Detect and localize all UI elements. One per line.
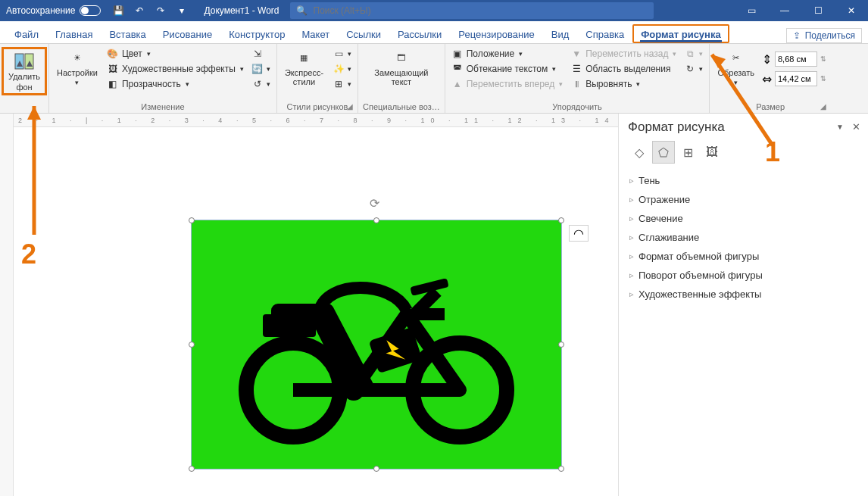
effects-tab-icon[interactable]: ⬠ — [652, 141, 675, 164]
border-icon: ▭ — [333, 48, 345, 60]
spinner-icon[interactable]: ⇅ — [820, 75, 826, 83]
wrap-icon: ◚ — [451, 63, 464, 75]
undo-icon[interactable]: ↶ — [131, 2, 148, 19]
pane-section-3dformat[interactable]: Формат объемной фигуры — [628, 247, 859, 266]
alt-text-button[interactable]: 🗔 Замещающий текст — [363, 47, 440, 88]
tab-file[interactable]: Файл — [6, 24, 47, 43]
resize-handle[interactable] — [189, 217, 195, 223]
remove-background-icon — [14, 52, 35, 70]
tab-home[interactable]: Главная — [47, 24, 101, 43]
tab-insert[interactable]: Вставка — [101, 24, 154, 43]
format-picture-pane: ▼ ✕ Формат рисунка ◇ ⬠ ⊞ 🖼 Тень Отражени… — [618, 114, 868, 496]
pane-section-shadow[interactable]: Тень — [628, 171, 859, 190]
group-objects-button[interactable]: ⧉▾ — [682, 47, 704, 61]
toggle-switch[interactable] — [80, 5, 101, 16]
picture-layout-button[interactable]: ⊞▾ — [331, 77, 353, 91]
layout-options-icon[interactable]: ◠ — [569, 225, 589, 242]
chevron-down-icon: ▾ — [552, 65, 556, 73]
maximize-icon[interactable]: ☐ — [801, 0, 835, 21]
pane-section-glow[interactable]: Свечение — [628, 209, 859, 228]
picture-border-button[interactable]: ▭▾ — [331, 47, 353, 61]
pane-close-icon[interactable]: ✕ — [852, 121, 860, 133]
remove-background-button[interactable]: Удалить фон — [2, 47, 47, 95]
size-launcher-icon[interactable]: ◢ — [820, 102, 829, 111]
chevron-down-icon: ▾ — [348, 80, 351, 88]
close-icon[interactable]: ✕ — [835, 0, 868, 21]
save-icon[interactable]: 💾 — [110, 2, 126, 19]
quick-access-toolbar: 💾 ↶ ↷ ▾ — [107, 2, 193, 19]
chevron-down-icon: ▾ — [267, 65, 270, 73]
bring-forward-button[interactable]: ▲Переместить вперед▾ — [450, 77, 564, 91]
pane-section-3drotation[interactable]: Поворот объемной фигуры — [628, 266, 859, 285]
tab-references[interactable]: Ссылки — [338, 24, 389, 43]
ribbon-options-icon[interactable]: ▭ — [735, 0, 768, 21]
group-accessibility: 🗔 Замещающий текст Специальные воз… — [358, 44, 445, 113]
resize-handle[interactable] — [558, 466, 564, 472]
pane-section-softedges[interactable]: Сглаживание — [628, 228, 859, 247]
document-canvas[interactable]: 2 · 1 · | · 1 · 2 · 3 · 4 · 5 · 6 · 7 · … — [14, 114, 618, 496]
chevron-down-icon: ▾ — [348, 50, 351, 58]
pane-section-reflection[interactable]: Отражение — [628, 190, 859, 209]
chevron-down-icon: ▾ — [267, 80, 270, 88]
resize-handle[interactable] — [558, 342, 564, 348]
page[interactable]: ⟳ — [52, 144, 603, 496]
quick-styles-button[interactable]: ▦ Экспресс- стили — [282, 47, 326, 88]
tab-picture-format[interactable]: Формат рисунка — [632, 24, 729, 43]
color-button[interactable]: 🎨Цвет▾ — [105, 47, 245, 61]
pane-options-icon[interactable]: ▼ — [836, 123, 844, 131]
group-remove-background: Удалить фон — [0, 44, 49, 113]
wrap-text-button[interactable]: ◚Обтекание текстом▾ — [450, 62, 564, 76]
tab-help[interactable]: Справка — [577, 24, 632, 43]
autosave-toggle[interactable]: Автосохранение — [0, 5, 107, 16]
tab-view[interactable]: Вид — [543, 24, 578, 43]
position-button[interactable]: ▣Положение▾ — [450, 47, 564, 61]
tab-layout[interactable]: Макет — [293, 24, 338, 43]
tab-mailings[interactable]: Рассылки — [389, 24, 450, 43]
resize-handle[interactable] — [558, 217, 564, 223]
picture-effects-button[interactable]: ✨▾ — [331, 62, 353, 76]
redo-icon[interactable]: ↷ — [152, 2, 169, 19]
qat-dropdown-icon[interactable]: ▾ — [173, 2, 190, 19]
reset-icon: ↺ — [251, 78, 264, 90]
minimize-icon[interactable]: — — [768, 0, 801, 21]
group-icon: ⧉ — [684, 48, 696, 60]
corrections-button[interactable]: ☀ Настройки ▾ — [54, 47, 101, 88]
resize-handle[interactable] — [373, 466, 379, 472]
resize-handle[interactable] — [373, 217, 379, 223]
change-picture-button[interactable]: 🔄▾ — [250, 62, 272, 76]
horizontal-ruler[interactable]: 2 · 1 · | · 1 · 2 · 3 · 4 · 5 · 6 · 7 · … — [14, 114, 618, 127]
resize-handle[interactable] — [189, 342, 195, 348]
search-bar[interactable]: 🔍 — [290, 2, 654, 19]
chevron-down-icon: ▾ — [699, 65, 703, 73]
vertical-ruler[interactable] — [0, 114, 14, 496]
align-button[interactable]: ⫴Выровнять▾ — [569, 77, 678, 91]
selection-pane-button[interactable]: ☰Область выделения — [569, 62, 678, 76]
selected-image[interactable]: ⟳ — [191, 220, 562, 469]
rotate-button[interactable]: ↻▾ — [682, 62, 704, 76]
fill-line-tab-icon[interactable]: ◇ — [628, 141, 651, 164]
search-input[interactable] — [314, 5, 648, 16]
spinner-icon[interactable]: ⇅ — [820, 55, 826, 63]
tab-design[interactable]: Конструктор — [220, 24, 293, 43]
styles-launcher-icon[interactable]: ◢ — [347, 102, 356, 111]
send-backward-button[interactable]: ▼Переместить назад▾ — [569, 47, 678, 61]
layout-tab-icon[interactable]: ⊞ — [676, 141, 699, 164]
artistic-effects-button[interactable]: 🖼Художественные эффекты▾ — [105, 62, 245, 76]
chevron-down-icon: ▾ — [559, 80, 563, 88]
svg-line-13 — [712, 55, 773, 145]
position-icon: ▣ — [451, 48, 464, 60]
compress-pictures-button[interactable]: ⇲ — [250, 47, 272, 61]
reset-picture-button[interactable]: ↺▾ — [250, 77, 272, 91]
brightness-icon: ☀ — [67, 48, 88, 67]
resize-handle[interactable] — [189, 466, 195, 472]
autosave-label: Автосохранение — [6, 5, 75, 16]
alt-text-icon: 🗔 — [391, 48, 412, 67]
tab-review[interactable]: Рецензирование — [450, 24, 542, 43]
rotate-icon: ↻ — [684, 63, 696, 75]
rotation-handle-icon[interactable]: ⟳ — [370, 196, 383, 210]
share-button[interactable]: ⇪ Поделиться — [786, 28, 862, 43]
tab-draw[interactable]: Рисование — [155, 24, 220, 43]
transparency-button[interactable]: ◧Прозрачность▾ — [105, 77, 245, 91]
pane-section-artistic[interactable]: Художественные эффекты — [628, 285, 859, 304]
remove-bg-l2: фон — [16, 83, 32, 92]
